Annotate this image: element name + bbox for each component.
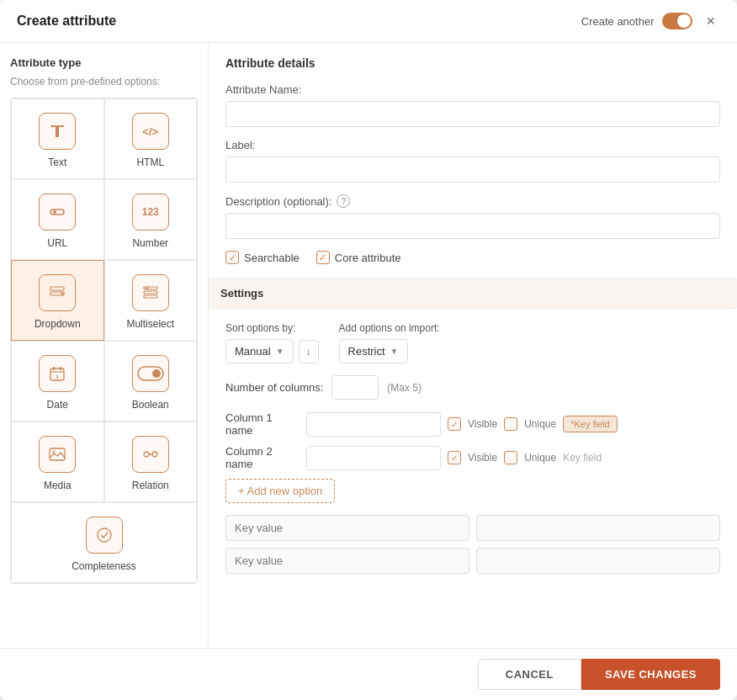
- col1-unique-checkbox[interactable]: [504, 417, 517, 431]
- panel-title: Attribute type: [10, 56, 198, 69]
- col2-input[interactable]: [306, 446, 441, 470]
- dropdown-icon: [39, 274, 76, 311]
- label-group: Label:: [225, 139, 720, 183]
- add-options-controls: Restrict ▼: [339, 339, 440, 363]
- description-help-icon[interactable]: ?: [337, 194, 350, 208]
- svg-point-17: [152, 369, 161, 378]
- sort-direction-btn[interactable]: ↓: [299, 340, 319, 363]
- type-item-number[interactable]: 123 Number: [104, 179, 198, 260]
- svg-rect-1: [56, 125, 59, 137]
- label-label: Label:: [225, 139, 720, 151]
- searchable-checkbox[interactable]: Searchable: [225, 251, 300, 264]
- checkboxes-row: Searchable Core attribute: [225, 251, 720, 264]
- type-label-completeness: Completeness: [72, 560, 136, 572]
- type-item-boolean[interactable]: Boolean: [104, 341, 198, 422]
- details-title: Attribute details: [225, 56, 720, 70]
- sort-controls: Manual ▼ ↓: [225, 339, 319, 363]
- description-label: Description (optional): ?: [225, 194, 720, 208]
- core-attribute-checkbox[interactable]: Core attribute: [316, 251, 401, 264]
- col1-visible-label: Visible: [468, 418, 497, 430]
- sort-select[interactable]: Manual ▼: [225, 339, 294, 363]
- close-button[interactable]: ×: [701, 12, 720, 30]
- col2-unique-checkbox[interactable]: [504, 451, 517, 464]
- relation-icon: [132, 436, 169, 473]
- add-options-select[interactable]: Restrict ▼: [339, 339, 408, 363]
- sort-row: Sort options by: Manual ▼ ↓ Add options …: [225, 322, 720, 363]
- col1-key-field-badge[interactable]: *Key field: [563, 416, 617, 432]
- svg-rect-8: [144, 291, 157, 294]
- svg-rect-9: [144, 295, 157, 298]
- type-item-media[interactable]: Media: [11, 422, 104, 502]
- type-grid: Text </> HTML: [10, 98, 198, 584]
- add-new-option-button[interactable]: + Add new option: [225, 479, 335, 503]
- num-columns-label: Number of columns:: [225, 381, 323, 394]
- create-attribute-modal: Create attribute Create another × Attrib…: [0, 0, 737, 700]
- date-icon: 3: [39, 355, 76, 392]
- type-label-url: URL: [47, 237, 67, 249]
- core-attribute-checkbox-box: [316, 251, 330, 264]
- column-2-row: Column 2 name Visible Unique Key field: [225, 445, 720, 470]
- type-label-date: Date: [47, 399, 68, 411]
- label-input[interactable]: [225, 156, 720, 183]
- type-label-text: Text: [48, 156, 66, 168]
- attribute-details-panel: Attribute details Attribute Name: Label:…: [209, 43, 737, 648]
- type-item-relation[interactable]: Relation: [104, 422, 198, 502]
- modal-body: Attribute type Choose from pre-defined o…: [0, 43, 737, 648]
- svg-point-23: [98, 528, 111, 542]
- modal-footer: CANCEL SAVE CHANGES: [0, 648, 737, 700]
- type-item-dropdown[interactable]: Dropdown: [11, 260, 104, 341]
- type-item-html[interactable]: </> HTML: [104, 98, 198, 179]
- add-options-dropdown-arrow: ▼: [390, 347, 399, 356]
- number-icon: 123: [132, 194, 169, 231]
- col1-unique-label: Unique: [524, 418, 556, 430]
- description-input[interactable]: [225, 213, 720, 239]
- settings-title: Settings: [220, 287, 263, 300]
- choose-label: Choose from pre-defined options:: [10, 76, 198, 88]
- col2-visible-checkbox[interactable]: [448, 451, 461, 464]
- col2-label: Column 2 name: [225, 445, 300, 470]
- type-item-url[interactable]: URL: [11, 179, 104, 260]
- type-label-media: Media: [44, 480, 72, 491]
- header-right: Create another ×: [581, 12, 720, 30]
- type-item-text[interactable]: Text: [11, 98, 104, 179]
- attr-name-input[interactable]: [225, 101, 720, 127]
- col2-key-field-text: Key field: [563, 452, 602, 464]
- svg-point-3: [53, 210, 56, 214]
- col1-input[interactable]: [306, 412, 441, 437]
- col1-label: Column 1 name: [225, 411, 300, 437]
- num-columns-row: Number of columns: (Max 5): [225, 375, 720, 400]
- key-value-input-1b[interactable]: [476, 515, 720, 541]
- type-label-number: Number: [132, 237, 168, 249]
- svg-point-21: [152, 452, 157, 457]
- sort-dropdown-arrow: ▼: [276, 347, 284, 356]
- svg-point-20: [144, 452, 149, 457]
- type-label-boolean: Boolean: [132, 399, 169, 411]
- key-value-input-2a[interactable]: [225, 548, 469, 574]
- type-item-completeness[interactable]: Completeness: [11, 502, 197, 583]
- svg-text:3: 3: [56, 374, 59, 379]
- create-another-toggle[interactable]: [662, 13, 692, 29]
- settings-section: Sort options by: Manual ▼ ↓ Add options …: [225, 322, 720, 574]
- col2-unique-label: Unique: [524, 452, 556, 464]
- key-value-input-2b[interactable]: [476, 548, 720, 574]
- attr-name-label: Attribute Name:: [225, 83, 720, 96]
- col2-visible-label: Visible: [468, 452, 497, 464]
- sort-group: Sort options by: Manual ▼ ↓: [225, 322, 319, 363]
- type-item-date[interactable]: 3 Date: [11, 341, 104, 422]
- type-label-relation: Relation: [132, 480, 169, 491]
- description-group: Description (optional): ?: [225, 194, 720, 239]
- boolean-icon: [132, 355, 169, 392]
- svg-rect-2: [50, 209, 64, 215]
- attr-name-group: Attribute Name:: [225, 83, 720, 127]
- type-item-multiselect[interactable]: Multiselect: [104, 260, 198, 341]
- col1-visible-checkbox[interactable]: [448, 417, 461, 431]
- add-options-group: Add options on import: Restrict ▼: [339, 322, 440, 363]
- core-attribute-label: Core attribute: [335, 252, 401, 264]
- max-note: (Max 5): [387, 382, 422, 394]
- cancel-button[interactable]: CANCEL: [478, 659, 581, 690]
- key-value-input-1a[interactable]: [225, 515, 469, 541]
- save-changes-button[interactable]: SAVE CHANGES: [581, 659, 720, 690]
- num-columns-input[interactable]: [331, 375, 379, 400]
- create-another-label: Create another: [581, 15, 655, 28]
- completeness-icon: [86, 517, 123, 554]
